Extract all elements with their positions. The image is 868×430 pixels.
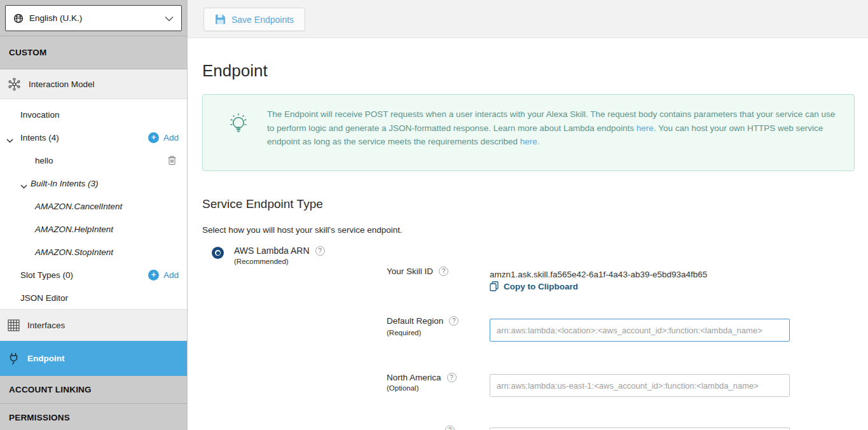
north-america-input[interactable] (490, 374, 790, 397)
default-region-input[interactable] (490, 319, 790, 342)
sidebar-item-cancel-intent[interactable]: AMAZON.CancelIntent (0, 195, 187, 218)
save-endpoints-button[interactable]: Save Endpoints (203, 8, 305, 31)
copy-to-clipboard-label: Copy to Clipboard (504, 282, 578, 291)
interaction-model-label: Interaction Model (29, 80, 95, 89)
help-icon[interactable]: ? (439, 267, 448, 276)
plug-icon (8, 352, 19, 365)
help-icon[interactable]: ? (445, 426, 455, 430)
default-region-label: Default Region (387, 316, 443, 326)
lightbulb-icon (226, 110, 251, 141)
add-slot-type-button[interactable]: + Add (148, 270, 179, 281)
language-label: English (U.K.) (29, 13, 82, 23)
sidebar: English (U.K.) CUSTOM Interaction Model … (0, 0, 188, 430)
section-header-custom: CUSTOM (0, 36, 187, 69)
plus-icon: + (148, 132, 159, 143)
chevron-down-icon[interactable] (20, 181, 27, 191)
sidebar-item-slot-types[interactable]: Slot Types (0) + Add (0, 263, 187, 286)
help-icon[interactable]: ? (315, 246, 325, 256)
recommended-label: (Recommended) (234, 258, 325, 265)
sidebar-item-hello[interactable]: hello (0, 149, 187, 172)
requirements-link[interactable]: here. (520, 137, 540, 146)
language-strip: English (U.K.) (0, 0, 187, 36)
chevron-down-icon (165, 13, 174, 24)
interaction-model-icon (8, 78, 21, 91)
stop-intent-label: AMAZON.StopIntent (35, 247, 113, 257)
skill-id-label: Your Skill ID (387, 267, 433, 276)
europe-region-input[interactable] (490, 427, 790, 430)
sidebar-item-built-in-intents[interactable]: Built-In Intents (3) (0, 172, 187, 195)
aws-lambda-arn-label: AWS Lambda ARN (234, 246, 310, 256)
page-title: Endpoint (202, 61, 268, 81)
endpoint-label: Endpoint (27, 354, 64, 363)
copy-icon (490, 281, 499, 291)
save-endpoints-label: Save Endpoints (231, 15, 294, 25)
globe-icon (13, 13, 24, 24)
language-selector[interactable]: English (U.K.) (5, 5, 182, 31)
north-america-label: North America (387, 373, 441, 382)
info-text: The Endpoint will receive POST requests … (267, 108, 843, 149)
aws-lambda-arn-option: AWS Lambda ARN ? (Recommended) (212, 246, 325, 265)
optional-label: (Optional) (387, 384, 419, 392)
sidebar-item-invocation[interactable]: Invocation (0, 103, 187, 126)
sidebar-item-interaction-model[interactable]: Interaction Model (0, 69, 187, 99)
add-label: Add (163, 133, 179, 142)
main-content: Save Endpoints Endpoint The Endpoint wil… (188, 0, 868, 430)
sidebar-item-help-intent[interactable]: AMAZON.HelpIntent (0, 218, 187, 240)
default-region-row: Default Region ? (387, 316, 458, 326)
service-endpoint-type-heading: Service Endpoint Type (202, 197, 323, 211)
sidebar-item-interfaces[interactable]: Interfaces (0, 309, 187, 341)
lambda-endpoints-link[interactable]: here (637, 123, 654, 133)
help-icon[interactable]: ? (449, 316, 458, 326)
help-icon[interactable]: ? (447, 373, 457, 382)
chevron-down-icon[interactable] (6, 135, 13, 145)
section-header-permissions[interactable]: PERMISSIONS (0, 404, 187, 430)
service-endpoint-type-subheading: Select how you will host your skill's se… (202, 225, 403, 235)
save-icon (215, 14, 226, 25)
help-intent-label: AMAZON.HelpIntent (35, 225, 113, 234)
sidebar-nav: Invocation Intents (4) + Add hello (0, 99, 187, 309)
add-intent-button[interactable]: + Add (148, 132, 179, 143)
section-header-account-linking[interactable]: ACCOUNT LINKING (0, 376, 187, 404)
built-in-intents-label: Built-In Intents (3) (0, 179, 99, 188)
skill-id-row: Your Skill ID ? (387, 267, 448, 276)
required-label: (Required) (387, 329, 421, 336)
info-box: The Endpoint will receive POST requests … (202, 94, 855, 171)
slot-types-label: Slot Types (0) (0, 270, 73, 280)
copy-to-clipboard-button[interactable]: Copy to Clipboard (490, 281, 578, 291)
interfaces-label: Interfaces (27, 321, 65, 330)
plus-icon: + (148, 270, 159, 281)
json-editor-label: JSON Editor (20, 293, 68, 303)
cancel-intent-label: AMAZON.CancelIntent (35, 202, 122, 211)
sidebar-item-intents[interactable]: Intents (4) + Add (0, 126, 187, 149)
sidebar-item-stop-intent[interactable]: AMAZON.StopIntent (0, 240, 187, 263)
north-america-row: North America ? (387, 373, 457, 382)
radio-selected[interactable] (212, 247, 224, 259)
skill-id-value: amzn1.ask.skill.fa565e42-6a1f-4a43-ab39-… (490, 270, 707, 279)
add-label: Add (163, 270, 179, 280)
trash-icon[interactable] (167, 155, 177, 165)
hello-label: hello (35, 156, 53, 165)
grid-icon (8, 319, 20, 331)
sidebar-item-json-editor[interactable]: JSON Editor (0, 286, 187, 309)
invocation-label: Invocation (20, 110, 60, 120)
sidebar-item-endpoint[interactable]: Endpoint (0, 341, 187, 376)
